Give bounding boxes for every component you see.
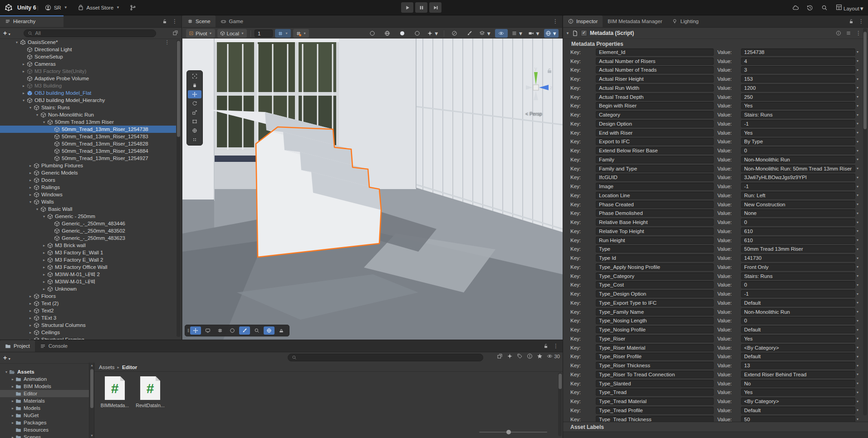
project-folder-item[interactable]: ▸Animation [0, 375, 89, 383]
value-field[interactable]: Non-Monolithic Run: 50mm Tread 13mm Rise… [741, 165, 855, 172]
panel-menu-kebab-icon[interactable]: ⋮ [553, 18, 559, 24]
zoom-overlay-button[interactable] [251, 326, 262, 335]
hierarchy-item[interactable]: 50mm_Tread_13mm_Riser_1254927 [0, 155, 176, 162]
asset-labels-footer[interactable]: Asset Labels [563, 422, 868, 432]
value-field[interactable]: 141730 [741, 254, 855, 262]
key-field[interactable]: Type_Tread Profile [596, 407, 714, 414]
fx-sphere-icon[interactable] [411, 29, 423, 38]
move-tool-button[interactable] [188, 90, 201, 98]
lighting-sphere-icon[interactable] [396, 29, 408, 38]
chevron-right-icon[interactable]: ▸ [10, 421, 15, 425]
key-field[interactable]: Type_Category [596, 273, 714, 280]
panel-menu-kebab-icon[interactable]: ⋮ [858, 18, 864, 24]
chevron-right-icon[interactable]: ▸ [27, 316, 34, 320]
scene-picker-icon[interactable] [172, 30, 178, 37]
overlay-drag-handle[interactable]: ‖ [187, 328, 189, 333]
chevron-right-icon[interactable]: ▸ [27, 294, 34, 298]
key-field[interactable]: Run Height [596, 237, 714, 244]
hierarchy-item[interactable]: ▾50mm Tread 13mm Riser [0, 118, 176, 126]
filter-by-label-tag-icon[interactable] [517, 353, 523, 359]
layers-dropdown[interactable]: ▼ [478, 29, 492, 38]
chevron-right-icon[interactable]: ▸ [27, 185, 34, 190]
gizmo-globe-dropdown[interactable]: ▼ [544, 29, 559, 38]
value-field[interactable]: <By Category> [741, 344, 855, 351]
project-folder-item[interactable]: ▸NuGet [0, 412, 89, 419]
row-dropdown-caret-icon[interactable]: ▾ [857, 417, 858, 421]
tab-lighting[interactable]: Lighting [667, 15, 703, 27]
saved-search-star-icon[interactable] [537, 353, 543, 359]
add-gameobject-button[interactable]: +▼ [3, 29, 11, 37]
row-dropdown-caret-icon[interactable]: ▾ [857, 113, 858, 117]
hierarchy-item[interactable]: ▸Generic Models [0, 169, 176, 176]
value-field[interactable]: Stairs: Runs [741, 111, 855, 118]
value-field[interactable]: Non-Monolithic Run [741, 308, 855, 316]
value-field[interactable]: Extend Riser Behind Tread [741, 371, 855, 378]
pivot-mode-dropdown[interactable]: Pivot▼ [186, 29, 215, 38]
hierarchy-item[interactable]: ▾Walls [0, 198, 176, 205]
key-field[interactable]: Type_Tread Thickness [596, 416, 714, 422]
pause-button[interactable] [415, 2, 427, 13]
skybox-toggle-icon[interactable] [381, 29, 393, 38]
chevron-right-icon[interactable]: ▸ [41, 258, 47, 262]
hierarchy-item[interactable]: Adaptive Probe Volume [0, 75, 176, 82]
cloud-icon[interactable] [792, 5, 799, 11]
presets-icon[interactable] [846, 30, 851, 36]
asset-zoom-slider[interactable] [479, 430, 547, 434]
key-field[interactable]: Type_Export Type to IFC [596, 299, 714, 307]
paint-tool-icon[interactable] [463, 29, 476, 38]
row-dropdown-caret-icon[interactable]: ▾ [857, 149, 858, 153]
project-folder-item[interactable]: ▸Materials [0, 397, 89, 404]
key-field[interactable]: Phase Created [596, 201, 714, 208]
hand-tool-button[interactable] [188, 81, 201, 89]
hierarchy-item[interactable]: Generic_-_250mm_483623 [0, 234, 176, 242]
panel-menu-kebab-icon[interactable]: ⋮ [553, 343, 559, 349]
value-field[interactable]: 4 [741, 58, 855, 65]
overlay-stack-dropdown[interactable]: ▼ [510, 29, 525, 38]
chevron-right-icon[interactable]: ▸ [20, 69, 27, 73]
grid-snap-toggle[interactable]: ▼ [275, 29, 291, 38]
value-field[interactable]: Default [741, 299, 855, 307]
hierarchy-item[interactable]: ▸M3 Factory E_Wall 2 [0, 256, 176, 263]
lock-icon[interactable] [848, 19, 854, 24]
key-field[interactable]: Family and Type [596, 165, 714, 172]
key-field[interactable]: Type_Tread Material [596, 398, 714, 405]
filter-by-type-icon[interactable] [507, 353, 513, 359]
chevron-down-icon[interactable]: ▾ [27, 200, 34, 204]
scrollbar-thumb[interactable] [863, 32, 867, 129]
play-button[interactable] [401, 2, 413, 13]
key-field[interactable]: Location Line [596, 192, 714, 199]
row-dropdown-caret-icon[interactable]: ▾ [857, 283, 858, 287]
hierarchy-item[interactable]: Generic_-_250mm_483446 [0, 220, 176, 227]
chevron-right-icon[interactable]: ▸ [27, 193, 34, 197]
value-field[interactable]: Default [741, 326, 855, 333]
tab-bim-metadata-manager[interactable]: BIM Metadata Manager [603, 15, 667, 27]
camera-dropdown[interactable]: ▼ [527, 29, 541, 38]
step-button[interactable] [429, 2, 441, 13]
open-in-window-icon[interactable] [497, 353, 503, 359]
value-field[interactable]: 610 [741, 228, 855, 235]
chevron-right-icon[interactable]: ▸ [20, 62, 27, 66]
slider-knob[interactable] [506, 430, 511, 434]
value-field[interactable]: Yes [741, 102, 855, 109]
hierarchy-item[interactable]: ▸Text2 [0, 307, 176, 314]
scale-tool-button[interactable] [188, 108, 201, 117]
key-field[interactable]: Type_Riser To Tread Connection [596, 371, 714, 378]
chevron-down-icon[interactable]: ▾ [41, 120, 47, 124]
scene-visibility-eye-icon[interactable] [495, 29, 508, 38]
panel-menu-kebab-icon[interactable]: ⋮ [172, 18, 178, 24]
component-header[interactable]: ▼ ✓ Metadata (Script) ⋮ [563, 28, 868, 39]
display-overlay-button[interactable] [202, 326, 213, 335]
key-field[interactable]: Actual Riser Height [596, 75, 714, 83]
value-field[interactable]: 13 [741, 362, 855, 369]
chevron-right-icon[interactable]: ▸ [27, 331, 34, 335]
scrollbar-thumb[interactable] [177, 41, 180, 137]
account-menu[interactable]: SR▼ [45, 5, 68, 11]
chevron-right-icon[interactable]: ▸ [41, 273, 47, 277]
value-field[interactable]: Default [741, 353, 855, 360]
value-field[interactable]: No [741, 380, 855, 387]
value-field[interactable]: 0 [741, 219, 855, 226]
layout-menu[interactable]: Layout▼ [836, 4, 864, 11]
hierarchy-item[interactable]: ▾Non-Monolithic Run [0, 111, 176, 118]
move-overlay-button[interactable] [190, 326, 201, 335]
chevron-right-icon[interactable]: ▸ [10, 435, 15, 438]
